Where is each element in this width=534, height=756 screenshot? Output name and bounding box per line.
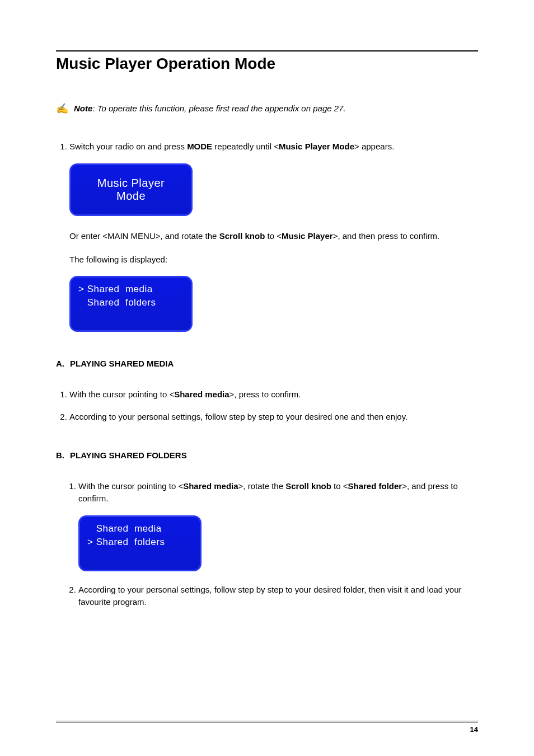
after1-mid: to < (265, 231, 282, 241)
screen2-row1: > Shared media (78, 283, 184, 297)
note-label: Note (74, 104, 92, 113)
page-title: Music Player Operation Mode (56, 55, 478, 73)
b1-b3: Shared folder (348, 481, 402, 491)
section-a-heading: A. PLAYING SHARED MEDIA (56, 359, 478, 368)
a-step-1: With the cursor pointing to <Shared medi… (69, 388, 478, 401)
b1-mid1: >, rotate the (238, 481, 286, 491)
screen3-row2: > Shared folders (87, 536, 193, 550)
main-steps: Switch your radio on and press MODE repe… (56, 140, 478, 153)
step1-post: > appears. (354, 142, 394, 151)
section-a-letter: A. (56, 359, 64, 368)
after1-line2: The following is displayed: (69, 252, 478, 268)
step1-pre: Switch your radio on and press (69, 142, 187, 151)
after1-scroll: Scroll knob (219, 231, 265, 241)
step1-mode: MODE (187, 142, 212, 151)
section-b-letter: B. (56, 450, 64, 460)
a-step-2: According to your personal settings, fol… (69, 411, 478, 424)
top-rule (56, 50, 478, 51)
section-b-steps: With the cursor pointing to <Shared medi… (56, 480, 478, 609)
screen-music-player-mode: Music Player Mode (69, 163, 193, 216)
section-a-title: PLAYING SHARED MEDIA (70, 359, 174, 368)
section-a-steps: With the cursor pointing to <Shared medi… (56, 388, 478, 424)
b-step-1: With the cursor pointing to <Shared medi… (78, 480, 478, 571)
screen-shared-list-1: > Shared media Shared folders (69, 276, 193, 332)
step1-mpm: Music Player Mode (279, 142, 354, 151)
after-screen1: Or enter <MAIN MENU>, and rotate the Scr… (69, 228, 478, 268)
screen-shared-list-2: Shared media > Shared folders (78, 515, 202, 571)
a1-post: >, press to confirm. (229, 389, 301, 399)
screen2-row2: Shared folders (78, 296, 184, 310)
screen1-line2: Mode (116, 190, 146, 203)
b1-pre: With the cursor pointing to < (78, 481, 183, 491)
note-body: : To operate this function, please first… (92, 104, 345, 113)
note-text: Note: To operate this function, please f… (74, 104, 346, 113)
page: Music Player Operation Mode ✍ Note: To o… (0, 0, 534, 756)
a1-b: Shared media (174, 389, 229, 399)
screen3-row1: Shared media (87, 522, 193, 536)
hand-icon: ✍ (56, 104, 68, 114)
b1-mid2: to < (331, 481, 348, 491)
b-step-2: According to your personal settings, fol… (78, 584, 478, 609)
note-row: ✍ Note: To operate this function, please… (56, 104, 478, 114)
footer-rule (56, 721, 478, 722)
after1-mp: Music Player (282, 231, 333, 241)
screen1-line1: Music Player (97, 177, 165, 190)
after1-line1: Or enter <MAIN MENU>, and rotate the Scr… (69, 228, 478, 245)
step1-mid: repeatedly until < (212, 142, 279, 151)
section-b-title: PLAYING SHARED FOLDERS (70, 450, 187, 460)
b1-b1: Shared media (183, 481, 238, 491)
after1-post: >, and then press to confirm. (333, 231, 440, 241)
after1-pre: Or enter <MAIN MENU>, and rotate the (69, 231, 219, 241)
section-b-heading: B. PLAYING SHARED FOLDERS (56, 450, 478, 460)
page-number: 14 (470, 725, 478, 734)
b1-b2: Scroll knob (285, 481, 331, 491)
a1-pre: With the cursor pointing to < (69, 389, 174, 399)
step-1: Switch your radio on and press MODE repe… (69, 140, 478, 153)
